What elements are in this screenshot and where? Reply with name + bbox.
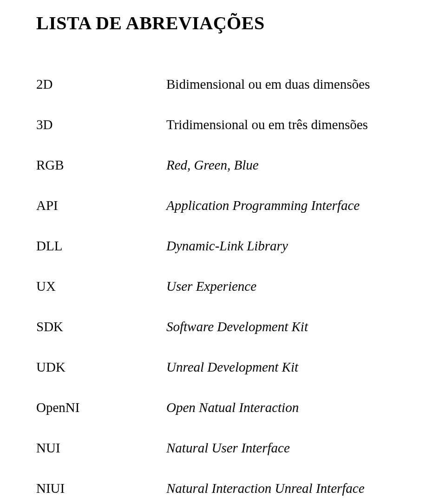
abbrev-definition: Open Natual Interaction <box>166 400 410 415</box>
abbrev-definition: User Experience <box>166 279 410 294</box>
abbrev-definition: Natural User Interface <box>166 440 410 456</box>
abbrev-term: SDK <box>36 319 166 334</box>
abbrev-term: UX <box>36 279 166 294</box>
abbrev-term: UDK <box>36 360 166 375</box>
abbrev-term: RGB <box>36 157 166 173</box>
abbrev-term: NUI <box>36 440 166 456</box>
abbrev-definition: Dynamic-Link Library <box>166 238 410 254</box>
abbrev-definition: Application Programming Interface <box>166 198 410 213</box>
abbrev-term: API <box>36 198 166 213</box>
abbrev-term: DLL <box>36 238 166 254</box>
abbrev-term: 2D <box>36 77 166 92</box>
abbrev-definition: Natural Interaction Unreal Interface <box>166 481 410 496</box>
abbrev-term: NIUI <box>36 481 166 496</box>
abbrev-term: OpenNI <box>36 400 166 415</box>
abbrev-definition: Bidimensional ou em duas dimensões <box>166 77 410 92</box>
abbreviation-table: 2D Bidimensional ou em duas dimensões 3D… <box>36 77 410 496</box>
abbrev-definition: Red, Green, Blue <box>166 157 410 173</box>
page-title: LISTA DE ABREVIAÇÕES <box>36 12 410 34</box>
abbrev-definition: Software Development Kit <box>166 319 410 334</box>
abbrev-definition: Unreal Development Kit <box>166 360 410 375</box>
abbrev-term: 3D <box>36 117 166 132</box>
abbrev-definition: Tridimensional ou em três dimensões <box>166 117 410 132</box>
